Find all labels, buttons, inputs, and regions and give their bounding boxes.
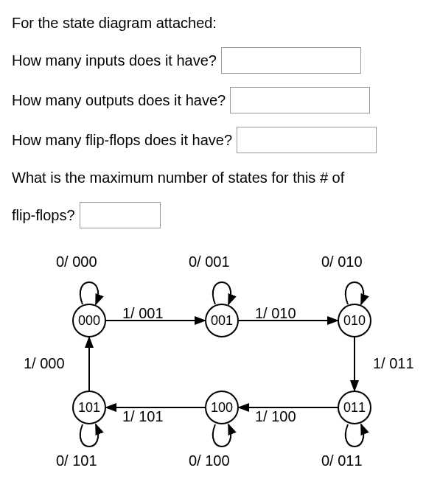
q3-text: How many flip-flops does it have? [12,129,232,151]
state-011: 011 [338,391,371,424]
loop-001-label: 0/ 001 [189,253,230,270]
state-010: 010 [338,304,371,337]
q2-input[interactable] [230,87,370,113]
state-000: 000 [72,304,106,337]
diagram-svg [12,249,428,470]
q2-text: How many outputs does it have? [12,89,226,111]
question-3: How many flip-flops does it have? [12,127,428,153]
question-2: How many outputs does it have? [12,87,428,113]
loop-100-label: 0/ 100 [189,452,230,469]
loop-010-label: 0/ 010 [321,253,363,270]
intro-text: For the state diagram attached: [12,12,428,34]
q4a-text: What is the maximum number of states for… [12,167,344,189]
edge-100-101-label: 1/ 101 [122,408,164,425]
loop-000-label: 0/ 000 [56,253,97,270]
edge-000-001-label: 1/ 001 [122,305,164,322]
state-011-label: 011 [343,400,366,416]
state-101-label: 101 [78,400,100,416]
state-010-label: 010 [343,313,366,329]
edge-001-010-label: 1/ 010 [255,305,296,322]
q1-input[interactable] [221,47,361,74]
q4-input[interactable] [80,202,161,228]
state-001: 001 [205,304,239,337]
edge-011-100-label: 1/ 100 [255,408,296,425]
state-100-label: 100 [211,400,233,416]
question-4b: flip-flops? [12,202,428,228]
state-101: 101 [72,391,106,424]
state-000-label: 000 [78,313,100,329]
edge-010-011-label: 1/ 011 [373,355,414,372]
q1-text: How many inputs does it have? [12,49,217,71]
question-1: How many inputs does it have? [12,47,428,74]
intro-span: For the state diagram attached: [12,12,217,34]
q3-input[interactable] [237,127,377,153]
state-diagram: 000 001 010 101 100 011 0/ 000 0/ 001 0/… [12,249,428,470]
state-100: 100 [205,391,239,424]
state-001-label: 001 [211,313,233,329]
q4b-text: flip-flops? [12,204,75,226]
edge-101-000-label: 1/ 000 [24,355,65,372]
question-4a: What is the maximum number of states for… [12,167,428,189]
loop-011-label: 0/ 011 [321,452,363,469]
loop-101-label: 0/ 101 [56,452,97,469]
